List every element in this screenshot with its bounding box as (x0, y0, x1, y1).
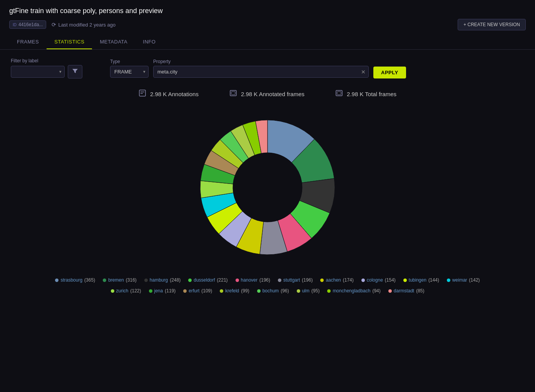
legend-label-weimar: weimar (452, 277, 467, 283)
legend-dot-strasbourg (55, 279, 59, 282)
legend-item-stuttgart: stuttgart (196) (278, 277, 313, 283)
stat-annotated-frames: 2.98 K Annotated frames (229, 89, 304, 99)
last-modified: ⟳ Last modified 2 years ago (52, 22, 115, 28)
legend-item-monchengladbach: monchengladbach (94) (327, 288, 380, 294)
legend-area: strasbourg (365)bremen (316)hamburg (248… (11, 276, 524, 295)
filter-icon-button[interactable] (68, 65, 82, 78)
legend-dot-krefeld (220, 289, 223, 293)
legend-count-dusseldorf: (221) (217, 277, 228, 283)
legend-dot-cologne (361, 279, 365, 282)
legend-count-hamburg: (248) (170, 277, 181, 283)
legend-item-bremen: bremen (316) (103, 277, 137, 283)
tabs-bar: FRAMES STATISTICS METADATA INFO (9, 35, 526, 49)
create-new-version-button[interactable]: + CREATE NEW VERSION (458, 19, 526, 30)
legend-item-weimar: weimar (142) (447, 277, 480, 283)
property-label: Property (153, 59, 369, 64)
filter-by-label-group: Filter by label (11, 58, 82, 78)
legend-label-tubingen: tubingen (409, 277, 426, 283)
property-group: Property ✕ (153, 59, 369, 78)
legend-count-darmstadt: (85) (416, 288, 424, 294)
id-value: 4416e1da... (18, 22, 43, 27)
svg-rect-6 (337, 92, 341, 95)
property-input[interactable] (153, 66, 369, 78)
legend-count-bochum: (96) (281, 288, 289, 294)
filter-row: Filter by label Type FRAME (11, 58, 524, 78)
svg-rect-5 (336, 90, 342, 96)
main-content: Filter by label Type FRAME (0, 50, 535, 304)
filter-icon (72, 68, 78, 74)
legend-label-krefeld: krefeld (225, 288, 239, 294)
legend-dot-bochum (257, 289, 261, 293)
clock-icon: ⟳ (52, 22, 56, 28)
clear-property-icon[interactable]: ✕ (361, 69, 366, 75)
legend-count-jena: (119) (165, 288, 176, 294)
legend-count-monchengladbach: (94) (372, 288, 380, 294)
legend-item-zurich: zurich (122) (111, 288, 141, 294)
type-select-wrap: FRAME (110, 66, 149, 78)
svg-rect-0 (139, 90, 145, 96)
legend-dot-aachen (320, 279, 324, 282)
legend-label-hanover: hanover (241, 277, 257, 283)
id-badge: ID 4416e1da... (9, 20, 46, 29)
legend-dot-zurich (111, 289, 114, 293)
legend-dot-monchengladbach (327, 289, 331, 293)
donut-chart (191, 110, 344, 264)
legend-item-erfurt: erfurt (109) (183, 288, 212, 294)
donut-center (233, 153, 302, 222)
legend-item-ulm: ulm (95) (297, 288, 320, 294)
legend-item-dusseldorf: dusseldorf (221) (188, 277, 227, 283)
legend-dot-weimar (447, 279, 450, 282)
legend-label-zurich: zurich (116, 288, 129, 294)
legend-count-aachen: (174) (343, 277, 354, 283)
tab-metadata[interactable]: METADATA (92, 35, 135, 49)
legend-label-bochum: bochum (262, 288, 279, 294)
legend-label-monchengladbach: monchengladbach (333, 288, 370, 294)
annotations-value: 2.98 K Annotations (150, 91, 199, 97)
legend-item-bochum: bochum (96) (257, 288, 289, 294)
legend-dot-hamburg (144, 279, 148, 282)
legend-dot-jena (149, 289, 152, 293)
legend-item-hanover: hanover (196) (236, 277, 270, 283)
legend-count-stuttgart: (196) (302, 277, 313, 283)
legend-label-darmstadt: darmstadt (394, 288, 414, 294)
legend-count-tubingen: (144) (428, 277, 439, 283)
legend-dot-ulm (297, 289, 300, 293)
legend-label-dusseldorf: dusseldorf (194, 277, 215, 283)
tab-info[interactable]: INFO (135, 35, 163, 49)
legend-label-hamburg: hamburg (150, 277, 168, 283)
last-modified-text: Last modified 2 years ago (58, 22, 115, 28)
legend-item-krefeld: krefeld (99) (220, 288, 249, 294)
legend-count-bremen: (316) (126, 277, 137, 283)
svg-rect-3 (230, 90, 236, 96)
legend-count-erfurt: (109) (201, 288, 212, 294)
stats-row: 2.98 K Annotations 2.98 K Annotated fram… (11, 89, 524, 99)
label-select[interactable] (11, 66, 65, 78)
stat-annotations: 2.98 K Annotations (139, 89, 199, 99)
type-label: Type (110, 59, 149, 64)
legend-dot-tubingen (403, 279, 407, 282)
tab-statistics[interactable]: STATISTICS (47, 35, 92, 49)
legend-count-strasbourg: (365) (84, 277, 95, 283)
legend-label-strasbourg: strasbourg (60, 277, 82, 283)
legend-item-aachen: aachen (174) (320, 277, 353, 283)
total-frames-icon (335, 89, 343, 99)
legend-count-weimar: (142) (469, 277, 480, 283)
legend-label-stuttgart: stuttgart (283, 277, 300, 283)
annotated-frames-icon (229, 89, 237, 99)
apply-button[interactable]: APPLY (373, 67, 406, 78)
legend-dot-erfurt (183, 289, 187, 293)
type-group: Type FRAME (110, 59, 149, 78)
legend-count-ulm: (95) (311, 288, 319, 294)
legend-dot-stuttgart (278, 279, 281, 282)
legend-label-erfurt: erfurt (189, 288, 199, 294)
legend-item-hamburg: hamburg (248) (144, 277, 181, 283)
tab-frames[interactable]: FRAMES (9, 35, 47, 49)
filter-select-wrap (11, 65, 82, 78)
id-label: ID (13, 23, 17, 27)
type-select[interactable]: FRAME (110, 66, 149, 78)
header-meta: ID 4416e1da... ⟳ Last modified 2 years a… (9, 19, 526, 30)
label-select-wrap (11, 66, 65, 78)
legend-item-tubingen: tubingen (144) (403, 277, 439, 283)
legend-label-aachen: aachen (326, 277, 341, 283)
header-meta-left: ID 4416e1da... ⟳ Last modified 2 years a… (9, 20, 115, 29)
